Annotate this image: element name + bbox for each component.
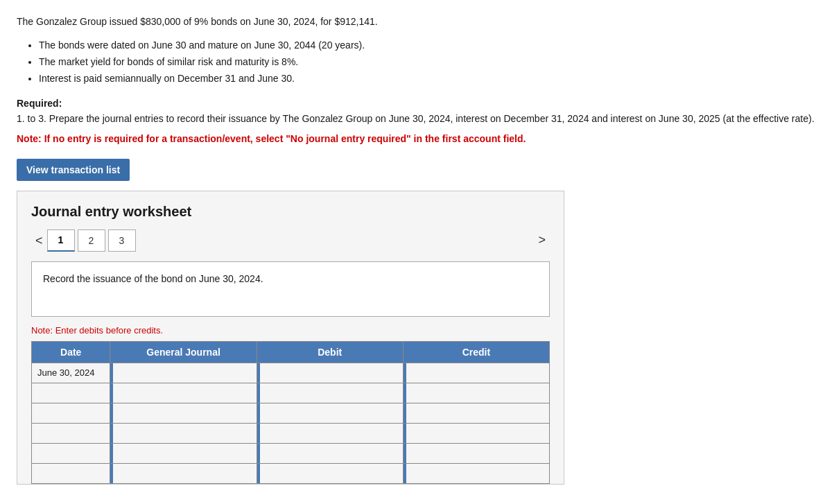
nav-right-button[interactable]: >	[534, 230, 550, 250]
worksheet-title: Journal entry worksheet	[31, 204, 550, 220]
debit-cell-0[interactable]	[257, 363, 403, 383]
table-row: June 30, 2024	[32, 363, 550, 383]
view-transaction-button[interactable]: View transaction list	[17, 159, 130, 181]
table-row	[32, 423, 550, 443]
credit-cell-3[interactable]	[403, 423, 549, 443]
debit-input-0[interactable]	[257, 363, 403, 383]
col-credit: Credit	[403, 341, 549, 363]
required-text: 1. to 3. Prepare the journal entries to …	[17, 113, 815, 124]
required-section: Required: 1. to 3. Prepare the journal e…	[17, 96, 815, 146]
intro-text: The Gonzalez Group issued $830,000 of 9%…	[17, 14, 815, 29]
credit-cell-1[interactable]	[403, 383, 549, 403]
journal-cell-1[interactable]	[110, 383, 257, 403]
debit-input-4[interactable]	[257, 444, 403, 463]
nav-left-button[interactable]: <	[31, 232, 47, 250]
required-label: Required:	[17, 98, 62, 109]
credit-input-1[interactable]	[404, 383, 549, 403]
debit-input-2[interactable]	[257, 403, 403, 423]
instruction-box: Record the issuance of the bond on June …	[31, 261, 550, 317]
table-row	[32, 383, 550, 403]
table-row	[32, 403, 550, 423]
journal-cell-4[interactable]	[110, 443, 257, 463]
tab-2-button[interactable]: 2	[78, 229, 105, 252]
col-date: Date	[32, 341, 110, 363]
journal-cell-0[interactable]	[110, 363, 257, 383]
credit-cell-2[interactable]	[403, 403, 549, 423]
journal-cell-3[interactable]	[110, 423, 257, 443]
journal-input-3[interactable]	[110, 424, 256, 443]
note-red: Note: If no entry is required for a tran…	[17, 131, 815, 146]
bullet-item-1: The bonds were dated on June 30 and matu…	[39, 37, 815, 54]
credit-input-4[interactable]	[404, 444, 549, 463]
date-cell-3	[32, 423, 110, 443]
tab-3-button[interactable]: 3	[108, 229, 136, 252]
debit-input-5[interactable]	[257, 464, 403, 483]
journal-table: Date General Journal Debit Credit June 3…	[31, 341, 550, 484]
table-header-row: Date General Journal Debit Credit	[32, 341, 550, 363]
debit-input-1[interactable]	[257, 383, 403, 403]
credit-input-3[interactable]	[404, 424, 549, 443]
date-cell-5	[32, 463, 110, 483]
debit-input-3[interactable]	[257, 424, 403, 443]
bullet-item-2: The market yield for bonds of similar ri…	[39, 54, 815, 71]
journal-cell-5[interactable]	[110, 463, 257, 483]
journal-cell-2[interactable]	[110, 403, 257, 423]
credit-cell-0[interactable]	[403, 363, 549, 383]
date-cell-0: June 30, 2024	[32, 363, 110, 383]
credit-cell-5[interactable]	[403, 463, 549, 483]
journal-input-0[interactable]	[110, 363, 256, 383]
journal-input-1[interactable]	[110, 383, 256, 403]
col-journal: General Journal	[110, 341, 257, 363]
credit-input-5[interactable]	[404, 464, 549, 483]
debit-cell-1[interactable]	[257, 383, 403, 403]
table-row	[32, 463, 550, 483]
bullet-item-3: Interest is paid semiannually on Decembe…	[39, 71, 815, 87]
debit-cell-4[interactable]	[257, 443, 403, 463]
credit-input-2[interactable]	[404, 403, 549, 423]
date-cell-1	[32, 383, 110, 403]
tab-row: < 1 2 3 >	[31, 229, 550, 252]
table-row	[32, 443, 550, 463]
credit-cell-4[interactable]	[403, 443, 549, 463]
note-debits: Note: Enter debits before credits.	[31, 325, 550, 336]
credit-input-0[interactable]	[404, 363, 549, 383]
journal-input-5[interactable]	[110, 464, 256, 483]
debit-cell-5[interactable]	[257, 463, 403, 483]
tab-1-button[interactable]: 1	[47, 229, 75, 252]
instruction-text: Record the issuance of the bond on June …	[43, 273, 263, 284]
col-debit: Debit	[257, 341, 403, 363]
journal-input-2[interactable]	[110, 403, 256, 423]
debit-cell-3[interactable]	[257, 423, 403, 443]
date-cell-4	[32, 443, 110, 463]
debit-cell-2[interactable]	[257, 403, 403, 423]
date-cell-2	[32, 403, 110, 423]
bullet-list: The bonds were dated on June 30 and matu…	[39, 37, 815, 87]
worksheet-container: Journal entry worksheet < 1 2 3 > Record…	[17, 191, 564, 485]
journal-input-4[interactable]	[110, 444, 256, 463]
